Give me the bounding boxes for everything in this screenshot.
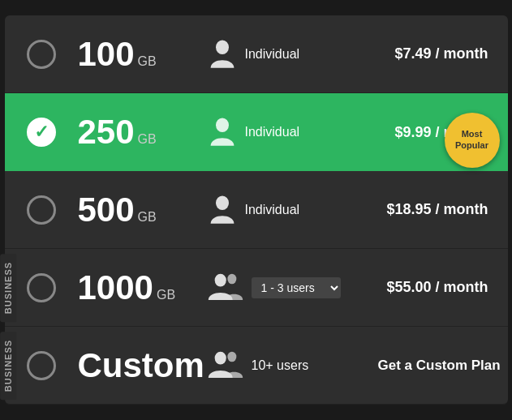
group-icon-1000gb: [208, 272, 243, 304]
storage-col-500gb: 500 GB: [78, 193, 208, 227]
price-col-1000gb: $55.00 / month: [378, 279, 508, 296]
radio-button-1000gb[interactable]: [27, 273, 56, 302]
storage-col-250gb: 250 GB: [78, 115, 208, 149]
radio-button-500gb[interactable]: [27, 195, 56, 225]
svg-point-0: [216, 40, 229, 54]
price-col-custom: Get a Custom Plan: [378, 358, 513, 374]
storage-number-100gb: 100: [78, 37, 135, 71]
users-dropdown-1000gb[interactable]: 1 - 3 users 4 - 10 users 11+ users: [252, 277, 341, 298]
radio-button-250gb[interactable]: ✓: [27, 118, 56, 147]
svg-point-3: [214, 273, 226, 286]
user-label-100gb: Individual: [245, 47, 300, 62]
individual-icon-500gb: [208, 194, 237, 226]
price-100gb: $7.49 / month: [394, 45, 488, 62]
user-label-custom: 10+ users: [252, 358, 309, 373]
storage-number-1000gb: 1000: [78, 271, 153, 305]
radio-col-500gb[interactable]: [5, 195, 78, 225]
radio-button-custom[interactable]: [27, 351, 56, 380]
most-popular-badge: MostPopular: [445, 113, 500, 168]
user-label-250gb: Individual: [245, 125, 300, 139]
user-col-custom: 10+ users: [208, 349, 378, 382]
user-col-100gb: Individual: [208, 38, 378, 71]
plan-row-100gb[interactable]: 100 GB Individual $7.49 / month: [5, 15, 508, 93]
storage-col-custom: Custom: [78, 349, 208, 383]
price-1000gb: $55.00 / month: [386, 279, 488, 296]
price-col-500gb: $18.95 / month: [378, 201, 508, 218]
business-label-custom: Business: [0, 331, 16, 399]
price-500gb: $18.95 / month: [386, 201, 488, 218]
user-col-250gb: Individual: [208, 116, 378, 148]
svg-point-1: [216, 118, 229, 132]
plan-row-500gb[interactable]: 500 GB Individual $18.95 / month: [5, 171, 508, 249]
individual-icon-250gb: [208, 116, 237, 148]
storage-unit-500gb: GB: [138, 210, 157, 225]
checkmark-icon: ✓: [34, 123, 49, 141]
storage-number-250gb: 250: [78, 115, 135, 149]
storage-unit-250gb: GB: [138, 132, 157, 147]
svg-point-4: [227, 273, 236, 284]
user-col-1000gb: 1 - 3 users 4 - 10 users 11+ users: [208, 272, 378, 304]
svg-point-6: [227, 351, 236, 362]
user-label-500gb: Individual: [245, 203, 300, 217]
user-col-500gb: Individual: [208, 194, 378, 226]
group-icon-custom: [208, 349, 243, 382]
storage-label-custom: Custom: [78, 349, 204, 383]
price-col-250gb: $9.99 / month MostPopular: [378, 124, 508, 141]
radio-button-100gb[interactable]: [27, 40, 56, 69]
plan-row-custom[interactable]: Business Custom 10+ users Get a Custom P…: [5, 327, 508, 405]
svg-point-2: [216, 195, 229, 210]
individual-icon-100gb: [208, 38, 237, 71]
storage-unit-100gb: GB: [138, 54, 157, 69]
plan-row-250gb[interactable]: ✓ 250 GB Individual $9.99 / month MostPo…: [5, 93, 508, 171]
price-col-100gb: $7.49 / month: [378, 45, 508, 62]
svg-point-5: [214, 351, 226, 364]
storage-col-100gb: 100 GB: [78, 37, 208, 71]
radio-col-100gb[interactable]: [5, 40, 78, 69]
radio-col-250gb[interactable]: ✓: [5, 118, 78, 147]
price-custom: Get a Custom Plan: [378, 358, 501, 374]
plan-row-1000gb[interactable]: Business 1000 GB 1 - 3 users 4 - 10 user…: [5, 249, 508, 327]
storage-col-1000gb: 1000 GB: [78, 271, 208, 305]
pricing-table: 100 GB Individual $7.49 / month ✓ 250 GB: [5, 15, 508, 405]
storage-number-500gb: 500: [78, 193, 135, 227]
storage-unit-1000gb: GB: [157, 288, 175, 302]
business-label-1000gb: Business: [0, 253, 16, 321]
